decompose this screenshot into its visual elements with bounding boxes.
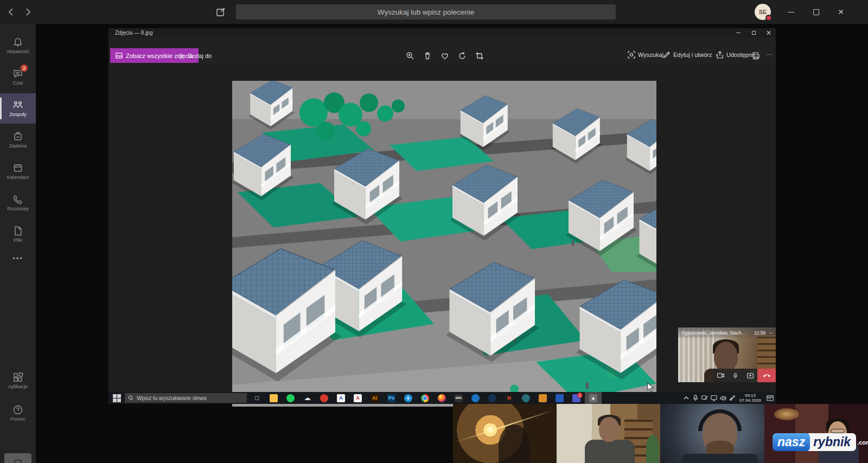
microphone-icon[interactable] <box>691 392 700 404</box>
obs-icon[interactable] <box>467 392 484 404</box>
sidebar-item-apps[interactable]: Aplikacje <box>0 365 36 396</box>
delete-button[interactable] <box>422 50 433 62</box>
avatar[interactable]: SE <box>755 4 771 20</box>
onedrive-icon[interactable]: ☁ <box>299 392 316 404</box>
firefox-icon[interactable] <box>433 392 450 404</box>
calendar-icon <box>12 163 23 173</box>
crop-button[interactable] <box>474 50 486 62</box>
display-icon[interactable] <box>709 392 718 404</box>
plus-icon: + <box>180 52 184 60</box>
photoshop-icon[interactable]: Ps <box>383 392 400 404</box>
taskbar-clock[interactable]: 09:13 07.04.2020 <box>737 393 764 403</box>
mic-button[interactable] <box>728 369 743 382</box>
photo-image[interactable] <box>232 81 656 407</box>
teams-call-monitor-window[interactable]: Figaszewski, Jarosław, Stach... 12:59 – <box>678 327 776 382</box>
sidebar-item-files[interactable]: Pliki <box>0 219 36 249</box>
edge-icon[interactable]: e <box>400 392 417 404</box>
teams-taskbar-icon[interactable]: 1 <box>568 392 585 404</box>
bell-icon <box>12 37 23 48</box>
photos-titlebar[interactable]: Zdjęcia — 8.jpg × <box>108 28 776 37</box>
sidebar-item-label: Zadania <box>9 143 27 149</box>
button-label: Dodaj do <box>188 53 212 59</box>
avatar-initials: SE <box>759 9 767 15</box>
favorite-button[interactable] <box>439 50 451 62</box>
windows-search-input[interactable]: Wpisz tu wyszukiwane słowa <box>125 393 247 403</box>
back-chevron-icon[interactable] <box>7 7 16 17</box>
participant-silhouette <box>499 425 530 463</box>
minimize-icon[interactable] <box>731 28 745 37</box>
mic-icon <box>733 372 738 379</box>
windows-taskbar: Wpisz tu wyszukiwane słowa □☁AAAiPseEPIC… <box>108 392 776 404</box>
teams-search-input[interactable]: Wyszukaj lub wpisz polecenie <box>236 4 616 20</box>
close-icon[interactable]: × <box>829 0 853 24</box>
teams-sidebar: Aktywność 2 Czat Zespoły Zadania Kalenda… <box>0 24 36 463</box>
rotate-button[interactable] <box>456 50 468 62</box>
zoom-button[interactable] <box>404 50 416 62</box>
participant-video-3 <box>660 404 764 463</box>
sidebar-item-assignments[interactable]: Zadania <box>0 125 36 155</box>
print-button[interactable] <box>750 50 762 62</box>
add-to-button[interactable]: + Dodaj do <box>176 48 216 63</box>
hangup-button[interactable] <box>757 369 776 382</box>
usb-icon[interactable] <box>727 392 737 404</box>
sidebar-item-label: Czat <box>13 80 23 86</box>
share-button[interactable]: Udostępnij <box>716 51 755 59</box>
nitro-icon[interactable]: N <box>501 392 518 404</box>
clock-time: 09:13 <box>737 393 764 398</box>
sidebar-item-chat[interactable]: 2 Czat <box>0 62 36 92</box>
photos-taskbar-icon[interactable]: ▲ <box>585 392 602 404</box>
zoom-icon <box>406 52 414 60</box>
taskbar-icon-row: □☁AAAiPseEPICN1▲ <box>248 392 602 404</box>
call-window-header: Figaszewski, Jarosław, Stach... 12:59 – <box>678 327 776 338</box>
minimize-icon[interactable]: – <box>770 330 773 336</box>
speaker-icon[interactable] <box>718 392 727 404</box>
steam-icon[interactable] <box>484 392 501 404</box>
compose-icon[interactable] <box>216 7 226 17</box>
forward-chevron-icon[interactable] <box>23 7 33 17</box>
photos-toolbar: Zobacz wszystkie zdjęcia + Dodaj do <box>108 37 776 63</box>
favorite-icon <box>441 52 449 60</box>
touch-pen-icon[interactable] <box>700 392 709 404</box>
sidebar-item-calendar[interactable]: Kalendarz <box>0 156 36 187</box>
sidebar-item-calls[interactable]: Rozmowy <box>0 188 36 218</box>
window-title: Zdjęcia — 8.jpg <box>115 30 152 36</box>
sidebar-item-label: Zespoły <box>9 112 27 117</box>
sidebar-item-teams[interactable]: Zespoły <box>0 93 36 124</box>
start-button[interactable] <box>112 394 122 402</box>
task-view-icon[interactable]: □ <box>248 392 265 404</box>
spotify-icon[interactable] <box>282 392 299 404</box>
calculator-icon[interactable] <box>534 392 551 404</box>
sidebar-item-help[interactable]: Pomoc <box>0 398 36 428</box>
participant-video-1 <box>453 404 557 463</box>
opera-icon[interactable] <box>316 392 333 404</box>
discord-icon[interactable] <box>518 392 534 404</box>
clock-date: 07.04.2020 <box>737 398 764 403</box>
restore-icon[interactable] <box>746 28 761 37</box>
sidebar-item-activity[interactable]: Aktywność <box>0 30 36 61</box>
system-tray: 09:13 07.04.2020 <box>681 392 776 404</box>
acrobat-icon[interactable]: A <box>349 392 366 404</box>
sidebar-more-button[interactable]: ••• <box>0 247 36 269</box>
maximize-icon[interactable] <box>804 0 828 24</box>
close-icon[interactable]: × <box>762 28 776 37</box>
share-screen-button[interactable] <box>743 369 757 382</box>
minimize-icon[interactable] <box>779 0 803 24</box>
action-center-icon[interactable] <box>764 392 776 404</box>
more-icon: ··· <box>766 51 772 57</box>
more-options-button[interactable]: ··· <box>766 51 772 57</box>
edit-create-button[interactable]: Edytuj i utwórz ▾ <box>663 51 718 59</box>
camera-button[interactable] <box>713 369 728 382</box>
illustrator-icon[interactable]: Ai <box>366 392 383 404</box>
autocad-icon[interactable]: A <box>333 392 349 404</box>
chevron-up-icon[interactable] <box>681 392 691 404</box>
photos-search-button[interactable]: Wyszukaj <box>628 51 663 59</box>
file-explorer-icon[interactable] <box>265 392 282 404</box>
epic-games-icon[interactable]: EPIC <box>450 392 467 404</box>
chrome-icon[interactable] <box>417 392 433 404</box>
photos-app-window: Zdjęcia — 8.jpg × Zobacz wszystkie zdjęc… <box>108 28 776 392</box>
mobile-app-button[interactable] <box>4 453 31 463</box>
movies-app-icon[interactable] <box>551 392 568 404</box>
mouse-cursor <box>647 382 655 392</box>
sidebar-item-label: Rozmowy <box>7 206 29 211</box>
edit-icon <box>663 51 671 59</box>
